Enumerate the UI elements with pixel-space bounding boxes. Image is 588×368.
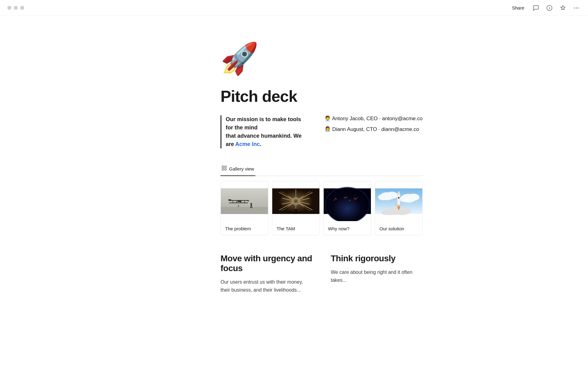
card-label-solution: Our solution (375, 222, 422, 235)
svg-rect-17 (244, 200, 245, 203)
svg-point-72 (378, 194, 388, 200)
svg-rect-12 (229, 200, 248, 201)
svg-rect-11 (221, 207, 268, 214)
svg-point-62 (354, 198, 355, 199)
info-icon[interactable] (545, 4, 554, 12)
svg-point-56 (345, 198, 345, 199)
svg-point-65 (354, 200, 355, 200)
svg-point-49 (365, 193, 365, 194)
svg-rect-22 (251, 205, 252, 206)
card-label-whynow: Why now? (324, 222, 371, 235)
bottom-sections: Move with urgency and focus Our users en… (221, 250, 423, 294)
svg-point-53 (344, 197, 345, 198)
contact-cto: 👩‍💼 Diann August, CTO · diann@acme.co (324, 126, 423, 132)
svg-point-57 (347, 197, 348, 197)
svg-rect-43 (295, 211, 297, 214)
svg-rect-26 (238, 206, 239, 207)
svg-point-2 (576, 7, 577, 8)
svg-rect-15 (236, 200, 237, 203)
svg-rect-20 (247, 201, 249, 201)
svg-point-79 (400, 208, 412, 214)
svg-rect-18 (238, 201, 242, 202)
svg-point-46 (334, 190, 334, 190)
card-label-problem: The problem (221, 222, 268, 235)
svg-point-60 (336, 199, 337, 200)
traffic-light-fullscreen[interactable] (20, 6, 24, 10)
gallery-view-tab[interactable]: Gallery view (221, 163, 255, 176)
svg-point-64 (357, 197, 357, 198)
card-label-tam: The TAM (272, 222, 319, 235)
gallery-section: Gallery view (221, 163, 423, 235)
titlebar-actions: Share (510, 4, 581, 12)
svg-rect-23 (250, 206, 251, 208)
contact-ceo: 🧑‍💼 Antony Jacob, CEO · antony@acme.co (324, 115, 423, 122)
gallery-grid: The problem (221, 176, 423, 235)
svg-point-45 (327, 191, 328, 191)
bottom-section-urgency: Move with urgency and focus Our users en… (221, 254, 312, 294)
svg-rect-81 (397, 194, 400, 205)
gallery-tab-label: Gallery view (229, 166, 254, 171)
gallery-card-solution[interactable]: Our solution (375, 181, 423, 235)
svg-rect-5 (225, 166, 227, 168)
svg-point-80 (381, 210, 393, 215)
description-block: Our mission is to make tools for the min… (221, 115, 306, 148)
svg-rect-4 (222, 166, 224, 168)
bottom-section-rigorously: Think rigorously We care about being rig… (331, 254, 423, 294)
gallery-card-problem[interactable]: The problem (221, 181, 268, 235)
share-button[interactable]: Share (510, 4, 527, 12)
svg-point-1 (574, 7, 575, 8)
svg-point-55 (346, 197, 347, 198)
gallery-card-tam[interactable]: The TAM (272, 181, 320, 235)
svg-point-50 (326, 197, 327, 197)
svg-rect-14 (233, 200, 233, 203)
more-icon[interactable] (572, 4, 581, 12)
svg-point-42 (295, 209, 297, 211)
svg-point-66 (349, 200, 349, 201)
titlebar: Share (0, 0, 588, 16)
svg-point-83 (398, 197, 399, 199)
svg-point-51 (367, 189, 367, 190)
svg-point-59 (334, 199, 335, 200)
gallery-icon (222, 166, 227, 172)
main-content: 🚀 Pitch deck Our mission is to make tool… (147, 0, 441, 294)
svg-rect-13 (229, 202, 248, 203)
acme-link[interactable]: Acme Inc (235, 141, 260, 147)
window-controls (7, 6, 24, 10)
section-title-rigorously: Think rigorously (331, 254, 423, 263)
card-image-tam (272, 181, 319, 221)
star-icon[interactable] (559, 4, 567, 12)
tab-bar: Gallery view (221, 163, 423, 176)
description-text: Our mission is to make tools for the min… (226, 115, 306, 148)
svg-point-61 (333, 200, 334, 201)
svg-rect-7 (225, 169, 227, 171)
svg-point-21 (251, 203, 252, 205)
svg-point-54 (345, 197, 346, 198)
gallery-card-whynow[interactable]: Why now? (323, 181, 371, 235)
svg-point-58 (335, 198, 336, 199)
card-image-solution (375, 181, 422, 221)
svg-rect-86 (398, 205, 400, 207)
svg-point-41 (295, 200, 297, 202)
contacts-block: 🧑‍💼 Antony Jacob, CEO · antony@acme.co 👩… (324, 115, 423, 132)
svg-point-75 (400, 197, 409, 202)
section-text-urgency: Our users entrust us with their money, t… (221, 278, 312, 294)
page-title: Pitch deck (221, 87, 423, 105)
traffic-light-close[interactable] (7, 6, 11, 10)
svg-rect-19 (228, 199, 231, 200)
svg-rect-6 (222, 169, 224, 171)
svg-rect-24 (251, 206, 252, 208)
svg-point-63 (355, 198, 356, 199)
section-text-rigorously: We care about being right and it often t… (331, 268, 423, 284)
svg-point-3 (578, 7, 579, 8)
card-image-problem (221, 181, 268, 221)
svg-point-25 (238, 205, 239, 206)
description-row: Our mission is to make tools for the min… (221, 115, 423, 148)
hero-section: 🚀 (221, 25, 423, 80)
card-image-whynow (324, 181, 371, 221)
comment-icon[interactable] (532, 4, 540, 12)
page-emoji: 🚀 (221, 43, 423, 74)
svg-point-67 (350, 201, 351, 201)
traffic-light-minimize[interactable] (14, 6, 18, 10)
section-title-urgency: Move with urgency and focus (221, 254, 312, 273)
